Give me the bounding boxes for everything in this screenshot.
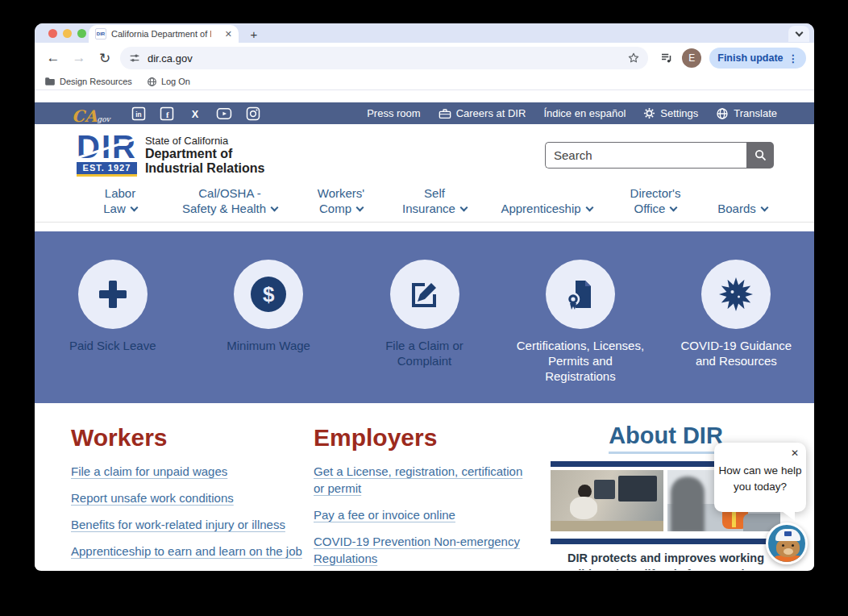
browser-window: DIR California Department of Indu ✕ + ← …	[35, 23, 814, 571]
search-input[interactable]	[545, 142, 746, 169]
link-apprenticeship-earn-learn[interactable]: Apprenticeship to earn and learn on the …	[71, 543, 330, 560]
linkedin-icon[interactable]: in	[131, 106, 146, 121]
dir-bear-mascot-button[interactable]	[766, 522, 808, 564]
employers-heading: Employers	[314, 424, 536, 452]
dir-logo[interactable]: DIR EST. 1927 State of California Depart…	[77, 133, 264, 177]
finish-update-label: Finish update	[717, 52, 783, 64]
link-benefits-injury-illness[interactable]: Benefits for work-related injury or illn…	[71, 516, 330, 533]
link-file-claim-unpaid-wages[interactable]: File a claim for unpaid wages	[71, 463, 330, 480]
finish-update-button[interactable]: Finish update ⋮	[709, 48, 806, 69]
globe-icon	[716, 107, 729, 120]
nav-directors-office[interactable]: Director's Office	[615, 186, 696, 217]
close-window-button[interactable]	[48, 29, 57, 38]
facebook-icon[interactable]: f	[160, 106, 174, 121]
profile-avatar[interactable]: E	[682, 48, 701, 68]
nav-workers-comp[interactable]: Workers' Comp	[302, 186, 380, 217]
nav-label-line1: Workers'	[302, 186, 380, 202]
footer: Workers File a claim for unpaid wages Re…	[35, 403, 814, 570]
chevron-down-icon	[670, 204, 678, 212]
link-get-license-registration[interactable]: Get a License, registration, certificati…	[314, 463, 536, 497]
new-tab-button[interactable]: +	[246, 27, 262, 41]
certificate-icon	[563, 277, 598, 312]
nav-label-line1: Labor	[83, 186, 157, 202]
nav-boards[interactable]: Boards	[707, 186, 778, 217]
media-controls-icon[interactable]	[659, 51, 674, 65]
masthead: DIR EST. 1927 State of California Depart…	[35, 124, 814, 185]
chat-bubble[interactable]: ✕ How can we help you today?	[714, 443, 806, 512]
press-room-link[interactable]: Press room	[367, 107, 420, 119]
social-icons: in f X	[131, 106, 260, 121]
quicklink-minimum-wage[interactable]: $ Minimum Wage	[190, 231, 346, 403]
quicklink-label: File a Claim or Complaint	[360, 339, 489, 369]
settings-link[interactable]: Settings	[643, 107, 698, 119]
careers-at-dir-link[interactable]: Careers at DIR	[439, 107, 526, 119]
tab-title: California Department of Indu	[111, 29, 211, 39]
quicklink-covid19-guidance[interactable]: COVID-19 Guidance and Resources	[659, 231, 814, 403]
quicklink-circle	[546, 260, 615, 329]
indice-en-espanol-label: Índice en español	[543, 107, 626, 119]
quicklink-certifications-licenses[interactable]: Certifications, Licenses, Permits and Re…	[502, 231, 658, 403]
maximize-window-button[interactable]	[77, 29, 86, 38]
quicklink-paid-sick-leave[interactable]: Paid Sick Leave	[35, 231, 190, 403]
tab-search-button[interactable]	[788, 26, 809, 42]
forward-button[interactable]: →	[69, 50, 89, 66]
browser-toolbar: ← → ↻ dir.ca.gov E	[35, 43, 814, 73]
photo-foreground-figure	[671, 477, 705, 531]
nav-calosha-safety-health[interactable]: Cal/OSHA - Safety & Health	[168, 186, 291, 217]
about-dir-heading-text: About DIR	[609, 422, 723, 454]
link-report-unsafe-conditions[interactable]: Report unsafe work conditions	[71, 489, 330, 506]
url-text[interactable]: dir.ca.gov	[148, 52, 621, 65]
nav-self-insurance[interactable]: Self Insurance	[391, 186, 478, 217]
link-electrician-certification[interactable]: Electrician Certification and other regi…	[71, 569, 330, 570]
youtube-icon[interactable]	[216, 106, 232, 121]
mascot-eye	[782, 544, 784, 547]
about-dir-caption: DIR protects and improves working condit…	[551, 551, 781, 570]
chevron-down-icon	[130, 204, 138, 212]
chevron-down-icon	[356, 204, 364, 212]
translate-link[interactable]: Translate	[716, 107, 777, 120]
link-covid19-prevention-regs[interactable]: COVID-19 Prevention Non-emergency Regula…	[314, 533, 536, 567]
chevron-down-icon	[760, 204, 768, 212]
close-icon[interactable]: ✕	[791, 447, 799, 459]
reload-button[interactable]: ↻	[94, 50, 115, 67]
nav-label-line2: Office	[634, 202, 666, 215]
nav-label-line2: Insurance	[402, 202, 455, 215]
site-settings-tune-icon[interactable]	[128, 52, 141, 65]
address-bar[interactable]: dir.ca.gov	[120, 47, 648, 69]
chevron-down-icon	[585, 204, 593, 212]
folder-icon	[44, 77, 56, 86]
tab-close-icon[interactable]: ✕	[225, 29, 232, 40]
search-button[interactable]	[746, 142, 774, 169]
industrial-relations-label: Industrial Relations	[145, 161, 264, 176]
back-button[interactable]: ←	[43, 50, 64, 66]
bookmark-label: Design Resources	[60, 77, 132, 86]
ca-gov-logo[interactable]: CAgov	[72, 108, 110, 124]
quicklink-file-claim-complaint[interactable]: File a Claim or Complaint	[347, 231, 502, 403]
chevron-down-icon	[459, 204, 468, 212]
mascot-hardhat-dir-logo	[784, 531, 792, 536]
search-box	[545, 142, 774, 169]
browser-tab[interactable]: DIR California Department of Indu ✕	[89, 25, 239, 43]
photo-desk	[551, 521, 663, 531]
x-twitter-icon[interactable]: X	[188, 106, 202, 121]
nav-labor-law[interactable]: Labor Law	[83, 186, 157, 217]
tab-strip: DIR California Department of Indu ✕ +	[35, 23, 814, 43]
plus-icon	[95, 277, 131, 312]
bookmark-log-on[interactable]: Log On	[147, 77, 190, 87]
more-menu-icon[interactable]: ⋮	[788, 52, 799, 65]
photo-monitor	[618, 476, 657, 502]
dir-est-gold-bar	[77, 174, 137, 177]
indice-en-espanol-link[interactable]: Índice en español	[543, 107, 626, 119]
nav-apprenticeship[interactable]: Apprenticeship	[489, 186, 604, 217]
bookmark-design-resources[interactable]: Design Resources	[44, 77, 132, 86]
utility-bar: CAgov in f X	[35, 102, 814, 124]
workers-heading: Workers	[71, 424, 330, 452]
svg-text:f: f	[166, 110, 169, 119]
press-room-label: Press room	[367, 107, 420, 119]
state-of-california-label: State of California	[145, 135, 264, 147]
gear-icon	[643, 107, 655, 119]
instagram-icon[interactable]	[246, 106, 260, 121]
bookmark-star-icon[interactable]	[627, 52, 640, 65]
link-pay-fee-invoice[interactable]: Pay a fee or invoice online	[314, 506, 536, 523]
minimize-window-button[interactable]	[63, 29, 72, 38]
